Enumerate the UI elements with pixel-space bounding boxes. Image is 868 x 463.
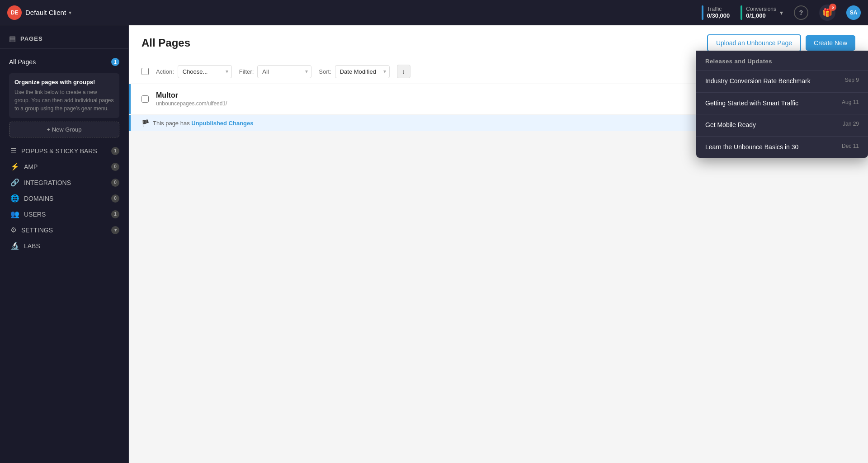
top-nav: DE Default Client ▾ Traffic 0/30,000 Con… xyxy=(0,0,868,25)
all-pages-badge: 1 xyxy=(111,58,119,66)
popups-icon: ☰ xyxy=(10,146,17,155)
client-chevron-icon: ▾ xyxy=(69,9,71,16)
notification-title-0: Industry Conversion Rate Benchmark xyxy=(705,77,840,86)
sidebar-item-popups[interactable]: ☰ POPUPS & STICKY BARS 1 xyxy=(0,143,128,159)
page-url: unbouncepages.com/uifeed1/ xyxy=(156,100,755,107)
page-name: Multor xyxy=(156,91,755,99)
domains-icon: 🌐 xyxy=(10,194,19,203)
sort-label: Sort: xyxy=(319,68,331,75)
gift-button[interactable]: 🎁 5 xyxy=(819,5,835,21)
notification-title-2: Get Mobile Ready xyxy=(705,121,837,130)
integrations-badge: 0 xyxy=(111,179,119,187)
sidebar-item-domains-label: DOMAINS xyxy=(24,195,107,202)
filter-select[interactable]: All xyxy=(257,65,311,78)
organize-tip-text: Use the link below to create a new group… xyxy=(14,88,114,113)
conversions-label: Conversions xyxy=(746,6,776,12)
conversions-info: Conversions 0/1,000 xyxy=(746,6,776,19)
nav-left: DE Default Client ▾ xyxy=(7,5,71,20)
page-row-checkbox[interactable] xyxy=(142,95,149,103)
action-filter-label: Action: xyxy=(156,68,174,75)
notification-title-3: Learn the Unbounce Basics in 30 xyxy=(705,143,836,152)
sort-select[interactable]: Date Modified xyxy=(335,65,390,78)
notification-date-1: Aug 11 xyxy=(842,99,859,105)
page-info: Multor unbouncepages.com/uifeed1/ xyxy=(156,91,755,107)
amp-icon: ⚡ xyxy=(10,162,19,171)
filter-group: Filter: All xyxy=(239,65,312,78)
settings-badge: ▾ xyxy=(111,226,119,234)
notification-panel: Releases and Updates Industry Conversion… xyxy=(696,51,868,158)
notification-item-3[interactable]: Learn the Unbounce Basics in 30 Dec 11 xyxy=(696,137,868,158)
filter-select-wrapper: All xyxy=(257,65,311,78)
sidebar-item-integrations[interactable]: 🔗 INTEGRATIONS 0 xyxy=(0,175,128,190)
organize-tip: Organize pages with groups! Use the link… xyxy=(9,73,119,118)
client-avatar: DE xyxy=(7,5,22,20)
amp-badge: 0 xyxy=(111,163,119,171)
traffic-label: Traffic xyxy=(707,6,730,12)
create-new-button[interactable]: Create New xyxy=(806,35,855,51)
upload-button[interactable]: Upload an Unbounce Page xyxy=(707,34,801,52)
nav-right: Traffic 0/30,000 Conversions 0/1,000 ▾ ?… xyxy=(702,5,861,21)
notification-date-0: Sep 9 xyxy=(845,77,859,83)
popups-badge: 1 xyxy=(111,147,119,155)
new-group-button[interactable]: + New Group xyxy=(9,122,119,137)
sidebar-item-users-label: USERS xyxy=(24,211,107,218)
sidebar-item-integrations-label: INTEGRATIONS xyxy=(24,179,107,186)
content-area: All Pages Upload an Unbounce Page Create… xyxy=(129,25,868,463)
all-pages-label: All Pages xyxy=(9,58,107,66)
sidebar-nav: ☰ POPUPS & STICKY BARS 1 ⚡ AMP 0 🔗 INTEG… xyxy=(0,137,128,259)
organize-tip-title: Organize pages with groups! xyxy=(14,79,114,85)
sort-select-wrapper: Date Modified xyxy=(335,65,390,78)
all-pages-section: All Pages 1 Organize pages with groups! … xyxy=(0,49,128,137)
conversions-bar-icon xyxy=(741,5,742,20)
domains-badge: 0 xyxy=(111,194,119,203)
traffic-value: 0/30,000 xyxy=(707,12,730,19)
unpublished-text: This page has Unpublished Changes xyxy=(153,120,254,127)
users-icon: 👥 xyxy=(10,210,19,218)
notification-title-1: Getting Started with Smart Traffic xyxy=(705,99,836,108)
all-pages-item[interactable]: All Pages 1 xyxy=(9,54,119,70)
traffic-info: Traffic 0/30,000 xyxy=(707,6,730,19)
sidebar-header: ▤ PAGES xyxy=(0,25,128,49)
traffic-metric: Traffic 0/30,000 xyxy=(702,5,730,20)
sidebar-item-amp-label: AMP xyxy=(24,163,107,170)
sort-group: Sort: Date Modified xyxy=(319,65,389,78)
conversions-chevron-icon[interactable]: ▾ xyxy=(780,9,783,16)
unpublished-link[interactable]: Unpublished Changes xyxy=(191,120,253,127)
notification-item-0[interactable]: Industry Conversion Rate Benchmark Sep 9 xyxy=(696,71,868,93)
sort-direction-button[interactable]: ↓ xyxy=(397,65,410,78)
client-name-button[interactable]: Default Client ▾ xyxy=(25,9,71,16)
traffic-bar-icon xyxy=(702,5,703,20)
sidebar-item-labs-label: LABS xyxy=(24,242,119,250)
sidebar: ▤ PAGES All Pages 1 Organize pages with … xyxy=(0,25,129,463)
select-all-checkbox[interactable] xyxy=(142,68,149,75)
notification-item-2[interactable]: Get Mobile Ready Jan 29 xyxy=(696,114,868,137)
integrations-icon: 🔗 xyxy=(10,178,19,187)
gift-badge: 5 xyxy=(829,4,836,11)
action-select[interactable]: Choose... xyxy=(178,65,232,78)
client-name-label: Default Client xyxy=(25,9,66,16)
sidebar-item-amp[interactable]: ⚡ AMP 0 xyxy=(0,159,128,175)
main-layout: ▤ PAGES All Pages 1 Organize pages with … xyxy=(0,25,868,463)
notification-item-1[interactable]: Getting Started with Smart Traffic Aug 1… xyxy=(696,93,868,115)
flag-icon: 🏴 xyxy=(142,119,149,127)
notification-date-2: Jan 29 xyxy=(843,121,859,127)
sidebar-item-settings[interactable]: ⚙ SETTINGS ▾ xyxy=(0,222,128,238)
conversions-metric: Conversions 0/1,000 ▾ xyxy=(741,5,783,20)
filter-label: Filter: xyxy=(239,68,254,75)
action-select-wrapper: Choose... xyxy=(178,65,232,78)
labs-icon: 🔬 xyxy=(10,241,19,250)
page-title: All Pages xyxy=(142,37,190,49)
sidebar-item-users[interactable]: 👥 USERS 1 xyxy=(0,206,128,222)
sidebar-item-labs[interactable]: 🔬 LABS xyxy=(0,238,128,254)
header-actions: Upload an Unbounce Page Create New xyxy=(707,34,855,52)
sidebar-title: PAGES xyxy=(20,35,43,42)
sidebar-item-settings-label: SETTINGS xyxy=(21,227,107,234)
sidebar-item-domains[interactable]: 🌐 DOMAINS 0 xyxy=(0,190,128,206)
action-filter-group: Action: Choose... xyxy=(156,65,232,78)
user-avatar[interactable]: SA xyxy=(846,5,861,20)
conversions-value: 0/1,000 xyxy=(746,12,776,19)
sidebar-item-popups-label: POPUPS & STICKY BARS xyxy=(21,147,107,155)
help-button[interactable]: ? xyxy=(794,5,808,20)
users-badge: 1 xyxy=(111,210,119,218)
pages-icon: ▤ xyxy=(9,34,16,43)
